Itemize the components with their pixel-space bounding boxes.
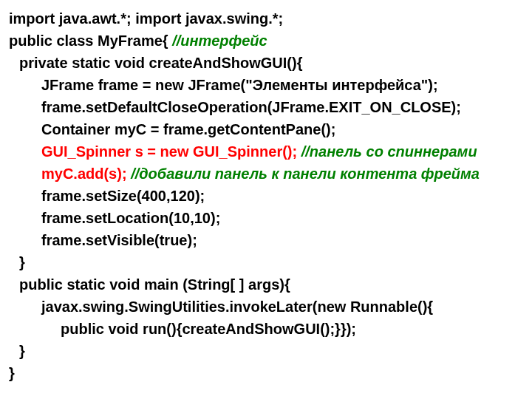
code-segment: myC.add(s);	[41, 166, 127, 182]
code-segment: Container myC = frame.getContentPane();	[41, 121, 335, 137]
code-segment: //добавили панель к панели контента фрей…	[131, 166, 480, 182]
code-segment: }	[9, 365, 15, 381]
code-line-5: Container myC = frame.getContentPane();	[9, 118, 523, 140]
code-segment: }	[19, 254, 25, 270]
code-segment: public void run(){createAndShowGUI();}})…	[61, 321, 356, 337]
code-line-1: public class MyFrame{ //интерфейс	[9, 30, 523, 52]
code-line-7: myC.add(s); //добавили панель к панели к…	[9, 163, 523, 185]
code-line-15: }	[9, 340, 523, 362]
code-segment: //панель со спиннерами	[301, 143, 477, 160]
code-line-14: public void run(){createAndShowGUI();}})…	[9, 318, 523, 340]
code-segment: frame.setVisible(true);	[41, 232, 197, 248]
code-line-4: frame.setDefaultCloseOperation(JFrame.EX…	[9, 96, 523, 118]
code-line-11: }	[9, 251, 523, 273]
code-line-0: import java.awt.*; import javax.swing.*;	[9, 7, 523, 30]
code-line-3: JFrame frame = new JFrame("Элементы инте…	[9, 74, 523, 96]
code-segment: javax.swing.SwingUtilities.invokeLater(n…	[41, 299, 433, 315]
code-line-16: }	[9, 362, 523, 384]
code-line-9: frame.setLocation(10,10);	[9, 207, 523, 229]
code-line-6: GUI_Spinner s = new GUI_Spinner(); //пан…	[9, 140, 523, 163]
code-segment: }	[19, 343, 25, 359]
code-line-2: private static void createAndShowGUI(){	[9, 52, 523, 74]
code-segment: frame.setSize(400,120);	[41, 188, 205, 204]
code-segment: private static void createAndShowGUI(){	[19, 55, 302, 71]
code-segment: GUI_Spinner s = new GUI_Spinner();	[41, 143, 297, 160]
code-block: import java.awt.*; import javax.swing.*;…	[9, 7, 523, 384]
code-segment: frame.setLocation(10,10);	[41, 210, 220, 226]
code-segment: public class MyFrame{	[9, 33, 172, 49]
code-line-13: javax.swing.SwingUtilities.invokeLater(n…	[9, 296, 523, 318]
code-segment: import java.awt.*; import javax.swing.*;	[9, 10, 283, 27]
code-segment: JFrame frame = new JFrame("Элементы инте…	[41, 77, 438, 93]
code-line-10: frame.setVisible(true);	[9, 229, 523, 251]
code-segment: //интерфейс	[172, 33, 267, 49]
code-segment: frame.setDefaultCloseOperation(JFrame.EX…	[41, 99, 461, 115]
code-line-12: public static void main (String[ ] args)…	[9, 273, 523, 296]
code-segment: public static void main (String[ ] args)…	[19, 276, 290, 293]
code-line-8: frame.setSize(400,120);	[9, 185, 523, 207]
